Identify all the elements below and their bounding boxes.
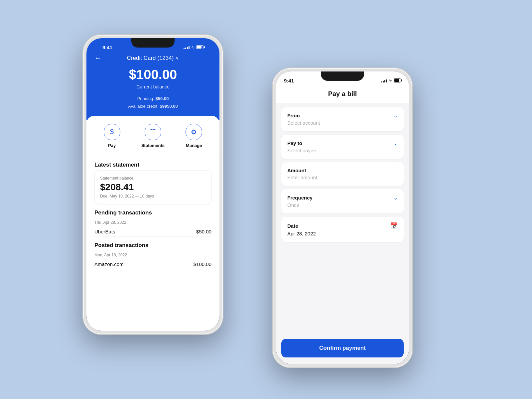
statement-due: Due: May 10, 2022 — 10 days bbox=[100, 194, 206, 199]
statements-icon: ☷ bbox=[145, 124, 161, 140]
pending-date: Thu, Apr 28, 2022 bbox=[94, 220, 211, 225]
amount-value: Enter amount bbox=[287, 175, 317, 180]
pending-title: Pending transactions bbox=[94, 209, 211, 216]
frequency-label: Frequency bbox=[287, 195, 313, 200]
action-buttons: $ Pay ☷ Statements ⚙ Manage bbox=[86, 124, 219, 155]
statement-amount: $208.41 bbox=[100, 182, 206, 193]
from-header: From ⌄ bbox=[287, 112, 398, 119]
posted-date: Mon, Apr 18, 2022 bbox=[94, 253, 211, 257]
nav-title-1: Credit Card (1234) ∨ bbox=[127, 55, 179, 62]
from-chevron-icon[interactable]: ⌄ bbox=[393, 112, 398, 119]
from-field[interactable]: From ⌄ Select account bbox=[281, 107, 404, 131]
balance-label: Current balance bbox=[94, 84, 211, 89]
white-card-1: $ Pay ☷ Statements ⚙ Manage bbox=[86, 116, 219, 276]
pay-to-value: Select payee bbox=[287, 148, 316, 153]
pay-label: Pay bbox=[108, 143, 116, 148]
balance-details: Pending: $50.00 Available credit: $9950.… bbox=[94, 95, 211, 110]
date-label: Date bbox=[287, 223, 298, 229]
posted-title: Posted transactions bbox=[94, 242, 211, 249]
table-row: UberEats $50.00 bbox=[94, 227, 211, 237]
scene: 9:41 ∿ bbox=[66, 25, 466, 374]
pay-to-field[interactable]: Pay to ⌄ Select payee bbox=[281, 135, 404, 159]
amount-label: Amount bbox=[287, 168, 306, 173]
battery-icon-1 bbox=[196, 45, 203, 49]
back-button-1[interactable]: ← bbox=[94, 54, 101, 62]
frequency-header: Frequency ⌄ bbox=[287, 195, 398, 201]
time-2: 9:41 bbox=[284, 78, 294, 83]
date-value: Apr 28, 2022 bbox=[287, 231, 316, 236]
frequency-chevron-icon[interactable]: ⌄ bbox=[393, 195, 398, 201]
content-scroll-1: Latest statement Statement balance $208.… bbox=[86, 155, 219, 276]
from-value: Select account bbox=[287, 120, 320, 126]
phone-credit-card: 9:41 ∿ bbox=[83, 35, 223, 334]
statement-sublabel: Statement balance bbox=[100, 176, 206, 181]
date-header: Date 📅 bbox=[287, 222, 398, 229]
phone2-screen: 9:41 ∿ bbox=[276, 71, 409, 364]
amount-header: Amount bbox=[287, 168, 398, 173]
notch-1 bbox=[131, 38, 175, 48]
confirm-payment-button[interactable]: Confirm payment bbox=[281, 339, 404, 357]
pay-icon: $ bbox=[104, 124, 120, 140]
battery-icon-2 bbox=[394, 78, 401, 82]
transaction-amount-amazon: $100.00 bbox=[194, 261, 211, 267]
status-icons-1: ∿ bbox=[184, 45, 203, 50]
frequency-value: Once bbox=[287, 202, 299, 208]
wifi-icon-1: ∿ bbox=[191, 45, 195, 50]
phone2-layout: 9:41 ∿ bbox=[276, 71, 409, 364]
time-1: 9:41 bbox=[102, 45, 112, 50]
pay-to-chevron-icon[interactable]: ⌄ bbox=[393, 140, 398, 146]
notch-2 bbox=[321, 71, 364, 81]
manage-icon: ⚙ bbox=[186, 124, 202, 140]
wifi-icon-2: ∿ bbox=[389, 78, 392, 83]
calendar-icon[interactable]: 📅 bbox=[390, 222, 398, 229]
date-field[interactable]: Date 📅 Apr 28, 2022 bbox=[281, 217, 404, 242]
transaction-name-ubereats: UberEats bbox=[94, 229, 115, 234]
balance-amount: $100.00 bbox=[94, 67, 211, 82]
credit-card-header: 9:41 ∿ bbox=[86, 38, 219, 120]
nav-bar-1: ← Credit Card (1234) ∨ bbox=[94, 53, 211, 67]
pay-to-header: Pay to ⌄ bbox=[287, 140, 398, 146]
statements-button[interactable]: ☷ Statements bbox=[141, 124, 165, 148]
manage-button[interactable]: ⚙ Manage bbox=[186, 124, 202, 148]
status-icons-2: ∿ bbox=[381, 78, 401, 83]
manage-label: Manage bbox=[186, 143, 202, 148]
from-label: From bbox=[287, 113, 300, 118]
statements-label: Statements bbox=[141, 143, 165, 148]
latest-statement-title: Latest statement bbox=[94, 162, 211, 168]
transaction-name-amazon: Amazon.com bbox=[94, 261, 124, 267]
transaction-amount-ubereats: $50.00 bbox=[196, 229, 211, 234]
signal-icon-1 bbox=[184, 45, 190, 49]
page-title: Pay a bill bbox=[276, 86, 409, 103]
chevron-down-icon-1[interactable]: ∨ bbox=[176, 56, 179, 61]
phone-pay-bill: 9:41 ∿ bbox=[273, 68, 412, 367]
pay-to-label: Pay to bbox=[287, 140, 302, 146]
amount-field[interactable]: Amount Enter amount bbox=[281, 162, 404, 186]
latest-statement-card: Statement balance $208.41 Due: May 10, 2… bbox=[94, 170, 211, 204]
form-area: From ⌄ Select account Pay to ⌄ Select p bbox=[276, 103, 409, 335]
table-row: Amazon.com $100.00 bbox=[94, 259, 211, 269]
signal-icon-2 bbox=[381, 78, 387, 82]
frequency-field[interactable]: Frequency ⌄ Once bbox=[281, 189, 404, 213]
pay-button[interactable]: $ Pay bbox=[104, 124, 120, 148]
